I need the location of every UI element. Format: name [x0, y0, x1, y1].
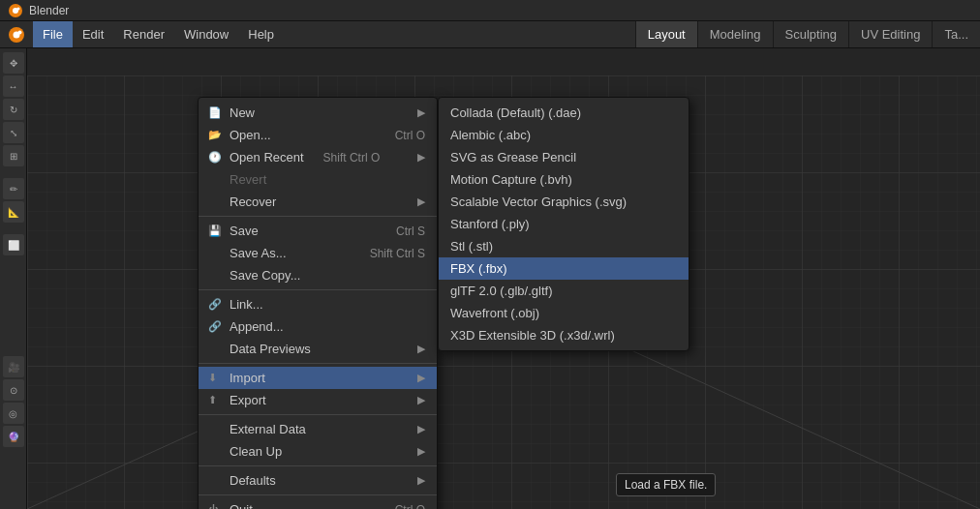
recent-icon: 🕐 [208, 151, 222, 164]
quit-shortcut: Ctrl Q [395, 503, 425, 510]
open-label: Open... [230, 128, 271, 142]
menu-item-import[interactable]: ⬇ Import ▶ [199, 367, 437, 389]
tool-add-cube[interactable]: ⬜ [3, 234, 24, 255]
defaults-label: Defaults [230, 473, 276, 488]
save-shortcut: Ctrl S [396, 225, 425, 238]
data-previews-arrow: ▶ [417, 343, 425, 355]
svg-point-5 [18, 30, 22, 34]
import-motion-capture[interactable]: Motion Capture (.bvh) [439, 168, 689, 191]
import-alembic[interactable]: Alembic (.abc) [439, 124, 689, 146]
svg-point-2 [17, 7, 20, 10]
append-icon: 🔗 [208, 320, 222, 333]
tool-snap[interactable]: 🔮 [3, 426, 24, 447]
menu-bar: File Edit Render Window Help Layout Mode… [0, 21, 980, 48]
import-scalable-vector[interactable]: Scalable Vector Graphics (.svg) [439, 191, 689, 213]
tab-sculpting[interactable]: Sculpting [773, 21, 848, 47]
import-gltf[interactable]: glTF 2.0 (.glb/.gltf) [439, 280, 689, 302]
import-label: Import [230, 371, 265, 385]
main-area: ✥ ↔ ↻ ⤡ ⊞ ✏ 📐 ⬜ 🎥 ⊙ ◎ 🔮 ▣ Object Mode ▼ … [0, 48, 980, 509]
menu-item-open-recent[interactable]: 🕐 Open Recent Shift Ctrl O ▶ [199, 146, 437, 168]
save-icon: 💾 [208, 225, 222, 237]
menu-item-save-copy[interactable]: Save Copy... [199, 264, 437, 286]
clean-up-label: Clean Up [230, 444, 282, 459]
import-stl[interactable]: Stl (.stl) [439, 235, 689, 257]
tab-modeling[interactable]: Modeling [697, 21, 773, 47]
menu-window[interactable]: Window [174, 21, 238, 47]
recover-label: Recover [230, 195, 276, 209]
import-collada[interactable]: Collada (Default) (.dae) [439, 102, 689, 124]
separator-5 [199, 465, 437, 466]
tab-more[interactable]: Ta... [932, 21, 980, 47]
workspace-tabs: Layout Modeling Sculpting UV Editing Ta.… [635, 21, 980, 47]
tool-measure[interactable]: 📐 [3, 201, 24, 223]
tool-move[interactable]: ↔ [3, 75, 24, 97]
separator-4 [199, 414, 437, 415]
new-label: New [230, 105, 255, 120]
menu-item-defaults[interactable]: Defaults ▶ [199, 469, 437, 492]
import-stanford[interactable]: Stanford (.ply) [439, 213, 689, 235]
menu-render[interactable]: Render [113, 21, 174, 47]
menu-item-link[interactable]: 🔗 Link... [199, 293, 437, 315]
menu-item-data-previews[interactable]: Data Previews ▶ [199, 338, 437, 360]
menu-item-revert: Revert [199, 168, 437, 191]
file-dropdown: 📄 New ▶ 📂 Open... Ctrl O 🕐 Open Recent S… [198, 97, 438, 509]
quit-label: Quit [230, 502, 253, 509]
menu-file[interactable]: File [33, 21, 73, 47]
menu-item-export[interactable]: ⬆ Export ▶ [199, 389, 437, 411]
new-icon: 📄 [208, 106, 222, 119]
menu-item-open[interactable]: 📂 Open... Ctrl O [199, 124, 437, 146]
tab-uv-editing[interactable]: UV Editing [848, 21, 932, 47]
menu-item-recover[interactable]: Recover ▶ [199, 191, 437, 213]
save-as-label: Save As... [230, 246, 287, 260]
blender-icon [8, 26, 25, 44]
menu-item-new[interactable]: 📄 New ▶ [199, 102, 437, 124]
clean-up-arrow: ▶ [417, 445, 425, 458]
append-label: Append... [230, 319, 284, 334]
import-x3d[interactable]: X3D Extensible 3D (.x3d/.wrl) [439, 324, 689, 346]
open-recent-shortcut: Shift Ctrl O [323, 151, 381, 165]
tool-proportional[interactable]: ◎ [3, 403, 24, 424]
app-title: Blender [29, 4, 69, 17]
menu-item-save-as[interactable]: Save As... Shift Ctrl S [199, 242, 437, 264]
export-arrow: ▶ [417, 394, 425, 406]
tool-annotate[interactable]: ✏ [3, 178, 24, 199]
left-toolbar: ✥ ↔ ↻ ⤡ ⊞ ✏ 📐 ⬜ 🎥 ⊙ ◎ 🔮 [0, 48, 27, 509]
defaults-arrow: ▶ [417, 474, 425, 487]
separator-3 [199, 363, 437, 364]
tool-camera[interactable]: 🎥 [3, 356, 24, 377]
import-svg-grease[interactable]: SVG as Grease Pencil [439, 146, 689, 168]
import-arrow: ▶ [417, 372, 425, 384]
menu-item-quit[interactable]: ⏻ Quit Ctrl Q [199, 498, 437, 509]
import-wavefront[interactable]: Wavefront (.obj) [439, 302, 689, 324]
fbx-tooltip: Load a FBX file. [616, 473, 716, 496]
data-previews-label: Data Previews [230, 342, 311, 356]
tool-transform[interactable]: ⊞ [3, 145, 24, 166]
tool-scale[interactable]: ⤡ [3, 122, 24, 143]
menu-help[interactable]: Help [238, 21, 284, 47]
menu-edit[interactable]: Edit [73, 21, 113, 47]
import-fbx[interactable]: FBX (.fbx) [439, 257, 689, 280]
revert-label: Revert [230, 172, 266, 187]
import-icon: ⬇ [208, 372, 217, 384]
blender-logo-icon [8, 3, 23, 18]
save-as-shortcut: Shift Ctrl S [370, 247, 425, 260]
menu-item-clean-up[interactable]: Clean Up ▶ [199, 440, 437, 463]
tab-layout[interactable]: Layout [635, 21, 697, 47]
tool-rotate[interactable]: ↻ [3, 99, 24, 120]
menu-item-external-data[interactable]: External Data ▶ [199, 418, 437, 440]
export-icon: ⬆ [208, 394, 217, 406]
new-arrow: ▶ [417, 106, 425, 119]
menu-item-save[interactable]: 💾 Save Ctrl S [199, 220, 437, 242]
tool-cursor[interactable]: ✥ [3, 52, 24, 74]
recover-arrow: ▶ [417, 195, 425, 208]
quit-icon: ⏻ [208, 504, 219, 510]
link-icon: 🔗 [208, 298, 222, 311]
open-icon: 📂 [208, 129, 222, 141]
save-label: Save [230, 224, 259, 238]
separator-2 [199, 289, 437, 290]
tool-pivot[interactable]: ⊙ [3, 379, 24, 401]
blender-menu-icon[interactable] [0, 21, 33, 47]
open-shortcut: Ctrl O [395, 129, 425, 142]
menu-item-append[interactable]: 🔗 Append... [199, 315, 437, 338]
separator-6 [199, 494, 437, 495]
